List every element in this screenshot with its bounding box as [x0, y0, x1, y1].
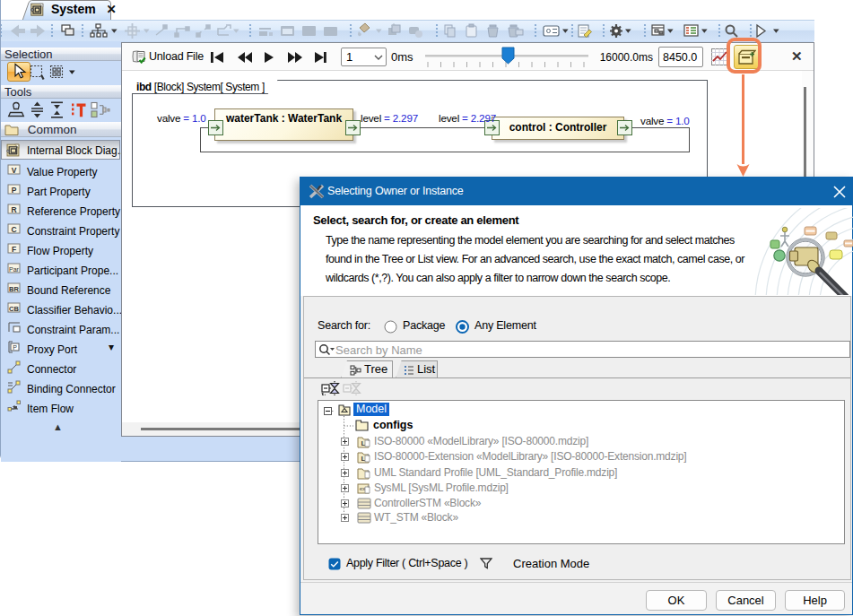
svg-text:F: F	[12, 245, 16, 254]
svg-text:CB: CB	[9, 305, 19, 313]
svg-text:V: V	[12, 166, 17, 175]
svg-text:P: P	[12, 186, 17, 195]
svg-text:C: C	[11, 225, 16, 234]
svg-text:BR: BR	[9, 285, 19, 293]
svg-text:R: R	[11, 205, 16, 214]
svg-text:P: P	[13, 344, 17, 351]
svg-text:Par: Par	[9, 266, 20, 273]
